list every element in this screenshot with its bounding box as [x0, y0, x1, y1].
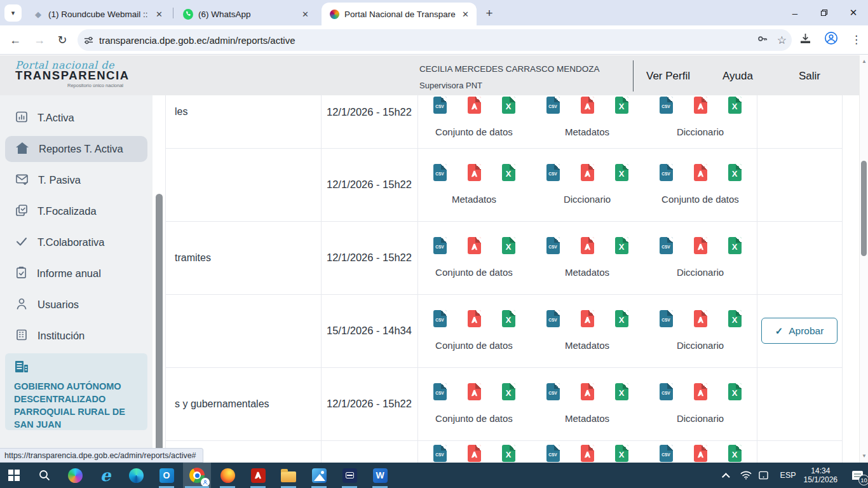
csv-file-icon[interactable]: CSV	[660, 237, 673, 254]
back-button[interactable]: ←	[6, 31, 24, 49]
excel-file-icon[interactable]: X	[615, 445, 628, 462]
csv-file-icon[interactable]: CSV	[660, 445, 673, 462]
browser-tab[interactable]: (6) WhatsApp✕	[175, 3, 316, 25]
excel-file-icon[interactable]: X	[728, 164, 742, 181]
menu-ayuda[interactable]: Ayuda	[722, 70, 753, 83]
forward-button[interactable]: →	[31, 31, 48, 49]
taskbar-file-explorer-icon[interactable]	[275, 463, 302, 488]
csv-file-icon[interactable]: CSV	[546, 97, 560, 114]
sidebar-item-usuarios[interactable]: Usuarios	[5, 292, 147, 318]
excel-file-icon[interactable]: X	[728, 445, 742, 462]
pdf-file-icon[interactable]	[581, 310, 594, 327]
tray-clock[interactable]: 14:34 15/1/2026	[804, 463, 846, 488]
tab-close-icon[interactable]: ✕	[301, 10, 310, 19]
csv-file-icon[interactable]: CSV	[433, 164, 447, 181]
pdf-file-icon[interactable]	[581, 164, 594, 181]
csv-file-icon[interactable]: CSV	[433, 445, 447, 462]
csv-file-icon[interactable]: CSV	[660, 310, 673, 327]
excel-file-icon[interactable]: X	[615, 383, 628, 400]
csv-file-icon[interactable]: CSV	[546, 237, 560, 254]
csv-file-icon[interactable]: CSV	[660, 97, 673, 114]
notification-center-icon[interactable]: 10	[846, 463, 868, 488]
excel-file-icon[interactable]: X	[615, 164, 628, 181]
pdf-file-icon[interactable]	[694, 97, 707, 114]
csv-file-icon[interactable]: CSV	[546, 164, 560, 181]
approve-button[interactable]: ✓Aprobar	[761, 318, 837, 344]
scroll-down-icon[interactable]: ▼	[862, 453, 867, 459]
new-tab-button[interactable]: +	[482, 6, 497, 21]
sidebar-item-t-focalizada[interactable]: T.Focalizada	[5, 198, 147, 224]
excel-file-icon[interactable]: X	[615, 97, 628, 114]
tab-search-chevron-icon[interactable]: ▾	[4, 4, 22, 22]
csv-file-icon[interactable]: CSV	[433, 383, 447, 400]
csv-file-icon[interactable]: CSV	[546, 445, 560, 462]
taskbar-word-icon[interactable]: W	[366, 463, 394, 488]
csv-file-icon[interactable]: CSV	[546, 310, 560, 327]
browser-tab[interactable]: ◆(1) Roundcube Webmail :: Entra✕	[25, 3, 170, 25]
pdf-file-icon[interactable]	[581, 97, 594, 114]
tray-chevron-icon[interactable]	[718, 463, 737, 488]
address-bar[interactable]: transparencia.dpe.gob.ec/admin/reports/a…	[78, 29, 792, 51]
taskbar-outlook-icon[interactable]: O	[153, 463, 180, 488]
taskbar-chrome-icon[interactable]	[183, 463, 211, 488]
menu-ver-perfil[interactable]: Ver Perfil	[646, 70, 690, 83]
menu-salir[interactable]: Salir	[799, 70, 820, 83]
pdf-file-icon[interactable]	[694, 383, 707, 400]
csv-file-icon[interactable]: CSV	[433, 310, 447, 327]
reload-button[interactable]: ↻	[53, 31, 71, 49]
sidebar-item-t-colaborativa[interactable]: T.Colaborativa	[5, 229, 147, 255]
taskbar-start-icon[interactable]	[0, 463, 28, 488]
password-key-icon[interactable]	[757, 33, 768, 47]
excel-file-icon[interactable]: X	[615, 237, 628, 254]
tab-close-icon[interactable]: ✕	[461, 10, 470, 19]
pdf-file-icon[interactable]	[468, 237, 481, 254]
page-scrollbar[interactable]: ▲ ▼	[859, 55, 868, 463]
site-settings-icon[interactable]	[78, 36, 99, 45]
pdf-file-icon[interactable]	[468, 164, 481, 181]
excel-file-icon[interactable]: X	[502, 445, 515, 462]
excel-file-icon[interactable]: X	[728, 383, 742, 400]
sidebar-scrollbar-thumb[interactable]	[156, 194, 163, 488]
excel-file-icon[interactable]: X	[615, 310, 628, 327]
pdf-file-icon[interactable]	[468, 445, 481, 462]
sidebar-item-informe-anual[interactable]: Informe anual	[5, 261, 147, 287]
sidebar-item-instituci-n[interactable]: Institución	[5, 323, 147, 349]
csv-file-icon[interactable]: CSV	[660, 164, 673, 181]
excel-file-icon[interactable]: X	[502, 164, 515, 181]
pdf-file-icon[interactable]	[468, 310, 481, 327]
pdf-file-icon[interactable]	[694, 164, 707, 181]
excel-file-icon[interactable]: X	[502, 383, 515, 400]
taskbar-photos-icon[interactable]	[305, 463, 333, 488]
browser-tab[interactable]: Portal Nacional de Transparenci✕	[322, 3, 477, 25]
sidebar-item-t-activa[interactable]: T.Activa	[5, 105, 147, 131]
csv-file-icon[interactable]: CSV	[433, 97, 447, 114]
sidebar-item-t-pasiva[interactable]: T. Pasiva	[5, 167, 147, 193]
window-close-button[interactable]: ✕	[844, 5, 863, 20]
scroll-up-icon[interactable]: ▲	[862, 58, 867, 64]
pdf-file-icon[interactable]	[694, 445, 707, 462]
csv-file-icon[interactable]: CSV	[546, 383, 560, 400]
taskbar-search-icon[interactable]	[31, 463, 58, 488]
excel-file-icon[interactable]: X	[502, 237, 515, 254]
tray-language[interactable]: ESP	[773, 463, 804, 488]
pdf-file-icon[interactable]	[468, 383, 481, 400]
bookmark-star-icon[interactable]: ☆	[777, 34, 787, 47]
excel-file-icon[interactable]: X	[502, 97, 515, 114]
pdf-file-icon[interactable]	[581, 445, 594, 462]
pdf-file-icon[interactable]	[581, 383, 594, 400]
downloads-icon[interactable]	[799, 32, 811, 47]
window-minimize-button[interactable]: –	[785, 5, 804, 20]
pdf-file-icon[interactable]	[581, 237, 594, 254]
tab-close-icon[interactable]: ✕	[154, 10, 164, 19]
sidebar-organization[interactable]: GOBIERNO AUTÓNOMO DESCENTRALIZADO PARROQ…	[5, 353, 147, 430]
browser-menu-icon[interactable]: ⋮	[851, 33, 862, 46]
excel-file-icon[interactable]: X	[728, 97, 742, 114]
taskbar-epson-scan-icon[interactable]	[336, 463, 363, 488]
csv-file-icon[interactable]: CSV	[660, 383, 673, 400]
taskbar-edge-icon[interactable]	[122, 463, 150, 488]
sidebar-item-reportes-t-activa[interactable]: Reportes T. Activa	[5, 136, 147, 162]
taskbar-firefox-icon[interactable]	[214, 463, 241, 488]
window-restore-button[interactable]	[815, 5, 834, 20]
excel-file-icon[interactable]: X	[728, 310, 742, 327]
pdf-file-icon[interactable]	[468, 97, 481, 114]
